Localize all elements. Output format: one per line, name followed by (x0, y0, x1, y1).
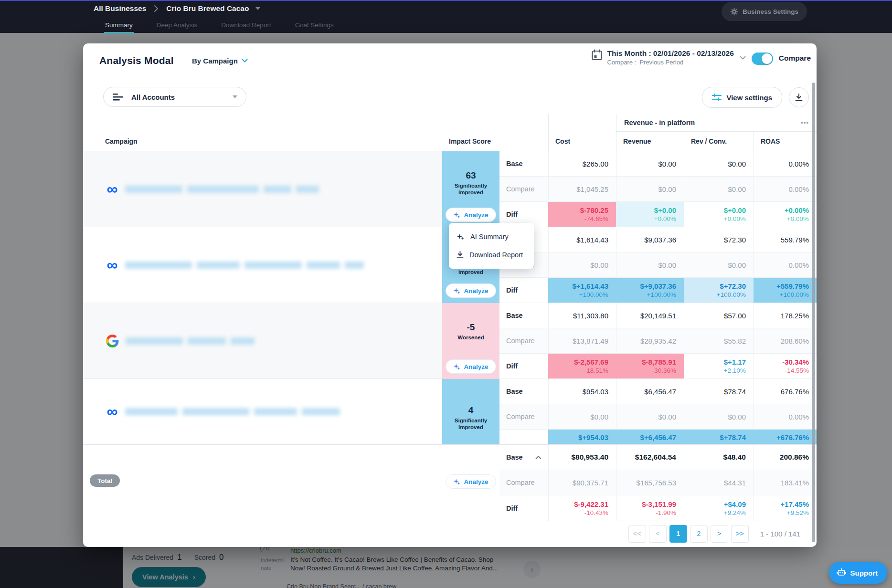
sparkle-icon (453, 287, 460, 294)
total-impact-cell: Analyze (442, 445, 499, 521)
analyze-button[interactable]: Analyze (446, 208, 496, 222)
cell-base-revenue: $9,037.36 (616, 227, 684, 252)
col-rev-conv: Rev / Conv. (684, 132, 754, 151)
cell-diff-revenue: $-8,785.91-30.36% (616, 354, 684, 379)
filter-icon (112, 93, 124, 101)
tab-deep-analysis[interactable]: Deep Analysis (156, 18, 199, 33)
google-icon (106, 335, 119, 347)
breadcrumb-all-businesses[interactable]: All Businesses (94, 4, 146, 13)
page-1-button[interactable]: 1 (669, 525, 687, 543)
date-range-value: This Month : 02/01/2026 - 02/13/2026 (607, 49, 733, 58)
group-by-selector[interactable]: By Campaign (192, 57, 248, 65)
page-next-button[interactable]: > (711, 525, 728, 543)
cell-total-diff-roas: +17.45%+9.52% (754, 495, 817, 521)
cell-base-cost: $11,303.80 (548, 303, 616, 328)
analysis-table: Revenue - in platform ••• Campaign Impac… (83, 114, 817, 521)
tab-summary[interactable]: Summary (104, 18, 134, 33)
page-first-button[interactable]: << (628, 525, 646, 543)
download-table-button[interactable] (789, 87, 809, 107)
cell-diff-roas: +0.00%+0.00% (754, 202, 817, 227)
cell-compare-revenue: $0.00 (616, 404, 684, 430)
cell-base-revconv: $0.00 (684, 151, 754, 177)
cell-compare-revconv: $0.00 (684, 252, 754, 278)
cell-compare-cost: $13,871.49 (548, 328, 616, 354)
modal-scrollbar[interactable] (812, 83, 815, 542)
accounts-filter-dropdown[interactable]: All Accounts (103, 87, 246, 107)
chevron-down-icon (233, 95, 237, 98)
sparkle-icon (457, 233, 465, 241)
menu-item-download-report[interactable]: Download Report (449, 246, 534, 264)
cell-base-revenue: $20,149.51 (616, 303, 684, 328)
chevron-down-icon[interactable] (255, 7, 260, 10)
date-range-picker[interactable]: This Month : 02/01/2026 - 02/13/2026 Com… (592, 49, 733, 66)
impact-score-cell: -5 Worsened Analyze (442, 303, 499, 379)
row-label-diff: Diff (499, 354, 548, 379)
blurred-campaign-name (126, 337, 255, 345)
tab-goal-settings[interactable]: Goal Settings (294, 18, 335, 33)
analyze-label: Analyze (464, 287, 488, 294)
impact-label: Significantly improved (448, 182, 494, 196)
view-settings-button[interactable]: View settings (702, 87, 782, 108)
impact-label: improved (448, 269, 494, 275)
col-revenue: Revenue (616, 132, 684, 151)
cell-base-revconv: $57.00 (684, 303, 754, 328)
top-navigation-bar: All Businesses Crio Bru Brewed Cacao Sum… (0, 0, 892, 33)
row-label-base: Base (499, 303, 548, 328)
analyze-button[interactable]: Analyze (446, 284, 496, 298)
chevron-down-icon[interactable] (740, 56, 746, 60)
campaign-cell[interactable] (83, 303, 442, 379)
cell-base-roas: 178.25% (754, 303, 817, 328)
cell-total-diff-revconv: +$4.09+9.24% (684, 495, 754, 521)
cell-diff-cost: $-2,567.69-18.51% (548, 354, 616, 379)
download-icon (457, 251, 464, 259)
col-roas: ROAS (754, 132, 817, 151)
meta-icon: ∞ (104, 184, 120, 194)
col-impact-score: Impact Score (442, 132, 499, 151)
modal-header: Analysis Modal By Campaign This Month : … (83, 43, 817, 80)
table-row: ∞ 63 Significantly improved Analyze Base… (83, 151, 817, 227)
collapse-chevron-icon[interactable] (535, 455, 542, 460)
analysis-modal: Analysis Modal By Campaign This Month : … (83, 43, 817, 547)
analyze-button[interactable]: Analyze (446, 474, 496, 489)
campaign-cell[interactable]: ∞ (83, 151, 442, 227)
impact-score: 4 (468, 405, 474, 416)
cell-compare-revenue: $0.00 (616, 177, 684, 202)
pagination: << < 1 2 > >> 1 - 100 / 141 (83, 520, 817, 547)
cell-total-base-cost: $80,953.40 (548, 445, 616, 470)
campaign-cell[interactable]: ∞ (83, 227, 442, 303)
breadcrumb: All Businesses Crio Bru Brewed Cacao (94, 4, 260, 13)
sparkle-icon (453, 478, 460, 485)
compare-toggle-label: Compare (779, 54, 811, 63)
cell-total-base-roas: 200.86% (754, 445, 817, 470)
analyze-label: Analyze (464, 363, 488, 370)
business-settings-button[interactable]: Business Settings (722, 2, 807, 21)
table-row: ∞ 4 Significantly improved Base $954.03 … (83, 379, 817, 444)
cell-compare-revenue: $28,935.42 (616, 328, 684, 354)
analyze-label: Analyze (464, 211, 488, 219)
impact-score-cell: 63 Significantly improved Analyze (442, 151, 499, 227)
cell-base-cost: $954.03 (548, 379, 616, 404)
blurred-campaign-name (125, 262, 364, 269)
total-badge: Total (90, 474, 120, 487)
page-prev-button[interactable]: < (649, 525, 667, 543)
tab-download-report[interactable]: Download Report (220, 18, 272, 33)
cell-total-base-revenue: $162,604.54 (616, 445, 684, 470)
page-last-button[interactable]: >> (731, 525, 749, 543)
breadcrumb-business-name[interactable]: Crio Bru Brewed Cacao (166, 4, 249, 13)
row-label-compare: Compare (499, 177, 548, 202)
support-button[interactable]: Support (829, 562, 888, 584)
page-2-button[interactable]: 2 (690, 525, 708, 543)
robot-icon (837, 568, 846, 578)
chevron-down-icon (242, 59, 248, 63)
row-label-diff (499, 430, 548, 444)
menu-item-ai-summary[interactable]: AI Summary (449, 228, 534, 246)
analyze-button[interactable]: Analyze (446, 359, 496, 374)
accounts-filter-value: All Accounts (131, 93, 225, 101)
row-label-compare: Compare (499, 404, 548, 430)
cell-base-revconv: $78.74 (684, 379, 754, 404)
sparkle-icon (453, 363, 460, 370)
cell-total-compare-roas: 183.41% (754, 470, 817, 495)
campaign-cell[interactable]: ∞ (83, 379, 442, 444)
compare-toggle[interactable] (752, 52, 773, 65)
more-options-icon[interactable]: ••• (801, 119, 809, 126)
